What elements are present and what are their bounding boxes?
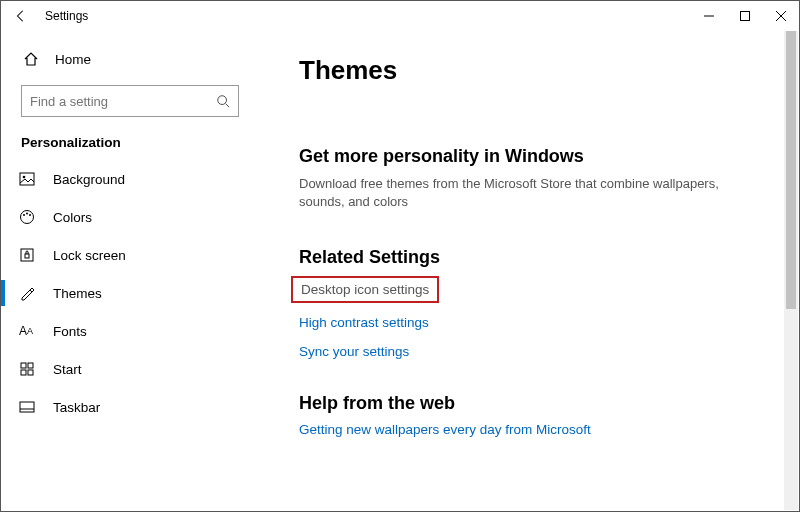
sidebar-item-label: Fonts: [41, 324, 87, 339]
svg-rect-16: [20, 402, 34, 412]
maximize-button[interactable]: [727, 1, 763, 31]
svg-rect-14: [21, 370, 26, 375]
sidebar-item-label: Lock screen: [41, 248, 126, 263]
content-area: Themes Get more personality in Windows D…: [253, 31, 799, 511]
svg-rect-12: [21, 363, 26, 368]
sidebar-home[interactable]: Home: [1, 41, 253, 77]
sidebar-item-taskbar[interactable]: Taskbar: [1, 388, 253, 426]
minimize-button[interactable]: [691, 1, 727, 31]
themes-icon: [19, 285, 41, 301]
taskbar-icon: [19, 399, 41, 415]
sidebar-item-background[interactable]: Background: [1, 160, 253, 198]
related-heading: Related Settings: [299, 247, 771, 268]
titlebar: Settings: [1, 1, 799, 31]
scrollbar[interactable]: [784, 31, 798, 510]
search-icon: [216, 94, 230, 108]
svg-point-5: [23, 176, 26, 179]
page-title: Themes: [299, 55, 771, 86]
window-body: Home Personalization Background: [1, 31, 799, 511]
sidebar-item-start[interactable]: Start: [1, 350, 253, 388]
more-heading: Get more personality in Windows: [299, 146, 771, 167]
picture-icon: [19, 171, 41, 187]
sidebar-item-colors[interactable]: Colors: [1, 198, 253, 236]
window-controls: [691, 1, 799, 31]
home-icon: [23, 51, 47, 67]
svg-rect-11: [25, 254, 29, 258]
sidebar-home-label: Home: [47, 52, 91, 67]
sidebar-item-label: Taskbar: [41, 400, 100, 415]
scrollbar-thumb[interactable]: [786, 31, 796, 309]
palette-icon: [19, 209, 41, 225]
more-desc: Download free themes from the Microsoft …: [299, 175, 729, 211]
svg-line-3: [226, 104, 230, 108]
svg-rect-13: [28, 363, 33, 368]
link-desktop-icon-settings[interactable]: Desktop icon settings: [291, 276, 439, 303]
fonts-icon: AA: [19, 324, 41, 338]
sidebar-item-label: Colors: [41, 210, 92, 225]
window-title: Settings: [33, 9, 88, 23]
link-high-contrast-settings[interactable]: High contrast settings: [299, 315, 771, 330]
link-sync-your-settings[interactable]: Sync your settings: [299, 344, 771, 359]
sidebar-item-label: Themes: [41, 286, 102, 301]
search-input-container[interactable]: [21, 85, 239, 117]
svg-point-6: [21, 211, 34, 224]
lockscreen-icon: [19, 247, 41, 263]
svg-point-2: [218, 96, 227, 105]
sidebar-item-lockscreen[interactable]: Lock screen: [1, 236, 253, 274]
sidebar-item-label: Background: [41, 172, 125, 187]
help-heading: Help from the web: [299, 393, 771, 414]
close-button[interactable]: [763, 1, 799, 31]
link-getting-wallpapers[interactable]: Getting new wallpapers every day from Mi…: [299, 422, 771, 437]
start-icon: [19, 361, 41, 377]
sidebar-section-title: Personalization: [21, 135, 253, 150]
svg-rect-1: [741, 12, 750, 21]
search-input[interactable]: [30, 94, 216, 109]
back-button[interactable]: [9, 9, 33, 23]
svg-point-9: [29, 214, 31, 216]
svg-point-8: [26, 213, 28, 215]
sidebar-nav: Background Colors Lock screen: [1, 160, 253, 426]
sidebar-item-label: Start: [41, 362, 82, 377]
svg-rect-4: [20, 173, 34, 185]
sidebar: Home Personalization Background: [1, 31, 253, 511]
svg-rect-15: [28, 370, 33, 375]
svg-point-7: [23, 214, 25, 216]
sidebar-item-fonts[interactable]: AA Fonts: [1, 312, 253, 350]
settings-window: Settings Home Personalization: [0, 0, 800, 512]
sidebar-item-themes[interactable]: Themes: [1, 274, 253, 312]
